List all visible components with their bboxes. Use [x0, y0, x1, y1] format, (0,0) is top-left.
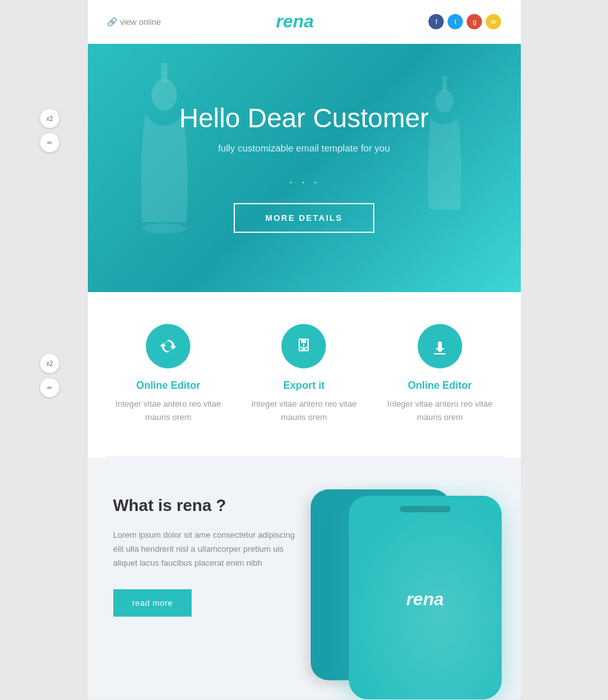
- phone-notch: [400, 506, 451, 512]
- social-icons: f t g ✉: [428, 14, 501, 29]
- features-grid: Online Editor Integer vitae antero reo v…: [107, 324, 502, 424]
- hero-deco-left: [126, 63, 202, 267]
- feature-item-3: Online Editor Integer vitae antero reo v…: [378, 324, 501, 424]
- zoom-button-top[interactable]: x2: [39, 108, 60, 129]
- hero-dots: · · ·: [288, 172, 319, 190]
- googleplus-icon[interactable]: g: [467, 14, 482, 29]
- hero-section: Hello Dear Customer fully customizable e…: [88, 44, 521, 292]
- feature-title-2: Export it: [283, 380, 325, 391]
- hero-title: Hello Dear Customer: [179, 103, 428, 134]
- feature-item-2: Export it Integer vitae antero reo vitae…: [243, 324, 365, 424]
- email-container: 🔗 view online rena f t g ✉: [88, 0, 521, 699]
- phone-logo: rena: [406, 589, 444, 610]
- hero-deco-right: [419, 76, 470, 254]
- hero-subtitle: fully customizable email template for yo…: [218, 143, 390, 153]
- feature-item-1: Online Editor Integer vitae antero reo v…: [107, 324, 230, 424]
- what-is-section: What is rena ? Lorem ipsum dolor sit ame…: [88, 458, 521, 699]
- svg-point-0: [152, 79, 177, 111]
- edit-button-mid[interactable]: ✏: [39, 377, 60, 398]
- edit-button-top[interactable]: ✏: [39, 132, 60, 153]
- refresh-icon: [159, 337, 178, 356]
- twitter-icon[interactable]: t: [448, 14, 463, 29]
- side-buttons-top: x2 ✏: [39, 108, 60, 153]
- feature-title-3: Online Editor: [408, 380, 472, 391]
- phone-mockup: rena: [317, 496, 495, 699]
- hero-cta-button[interactable]: MORE DETAILS: [234, 203, 374, 233]
- phone-stack: rena: [330, 496, 495, 699]
- svg-rect-1: [161, 63, 167, 82]
- feature-desc-3: Integer vitae antero reo vitae mauris or…: [378, 398, 501, 424]
- email-header: 🔗 view online rena f t g ✉: [88, 0, 521, 44]
- logo: rena: [276, 11, 314, 32]
- svg-rect-6: [301, 339, 306, 343]
- features-section: Online Editor Integer vitae antero reo v…: [88, 292, 521, 456]
- side-buttons-middle: x2 ✏: [39, 353, 60, 398]
- view-online-label: view online: [120, 17, 161, 27]
- read-more-button[interactable]: read more: [113, 589, 192, 617]
- feature-title-1: Online Editor: [136, 380, 200, 391]
- feature-icon-circle-2: [281, 324, 326, 368]
- what-is-text: Lorem ipsum dolor sit ame consectetur ad…: [113, 528, 298, 570]
- page-wrapper: x2 ✏ x2 ✏ 🔗 view online rena f t g ✉: [0, 0, 608, 700]
- email-icon[interactable]: ✉: [486, 14, 501, 29]
- svg-point-3: [435, 90, 453, 113]
- what-is-title: What is rena ?: [113, 496, 298, 515]
- feature-desc-2: Integer vitae antero reo vitae mauris or…: [243, 398, 365, 424]
- svg-rect-4: [442, 76, 447, 92]
- export-icon: [294, 337, 313, 356]
- feature-icon-circle-1: [146, 324, 190, 368]
- what-is-content: What is rena ? Lorem ipsum dolor sit ame…: [113, 496, 317, 655]
- svg-point-2: [142, 223, 187, 234]
- download-icon: [430, 337, 449, 356]
- svg-rect-8: [434, 353, 446, 354]
- phone-front: rena: [349, 496, 502, 699]
- feature-desc-1: Integer vitae antero reo vitae mauris or…: [107, 398, 230, 424]
- view-online-link[interactable]: 🔗 view online: [107, 17, 161, 27]
- link-icon: 🔗: [107, 17, 117, 27]
- feature-icon-circle-3: [418, 324, 462, 368]
- zoom-button-mid[interactable]: x2: [39, 353, 60, 374]
- facebook-icon[interactable]: f: [428, 14, 444, 29]
